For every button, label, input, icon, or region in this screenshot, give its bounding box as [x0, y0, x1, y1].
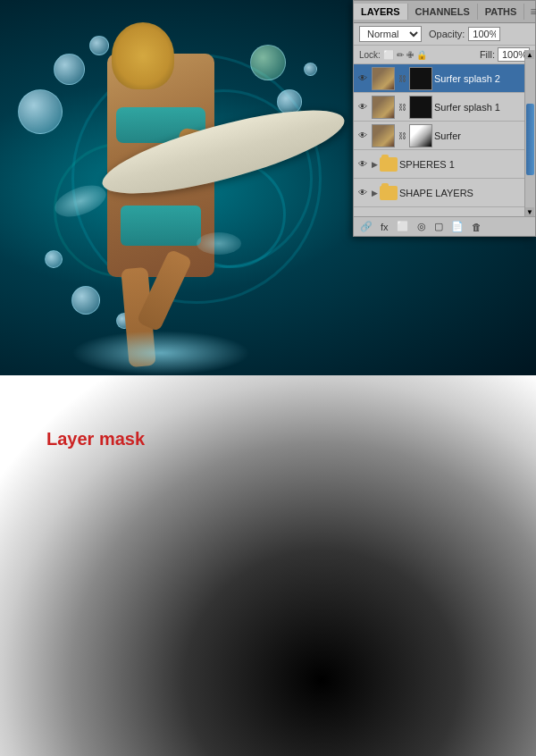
layer-row-shape-layers[interactable]: 👁 ▶ SHAPE LAYERS — [354, 179, 535, 207]
canvas-area: 篱笆社区 www.missyuan.com LAYERS CHANNELS PA… — [0, 0, 536, 375]
link-layers-btn[interactable]: 🔗 — [357, 220, 375, 233]
layers-scrollbar[interactable]: ▲ ▼ — [524, 50, 535, 216]
visibility-icon-0[interactable]: 👁 — [356, 71, 370, 86]
layer-name-3: SPHERES 1 — [399, 159, 533, 170]
visibility-icon-4[interactable]: 👁 — [356, 186, 370, 200]
opacity-label: Opacity: — [429, 29, 465, 39]
adjustment-btn[interactable]: ◎ — [415, 220, 429, 233]
layer-name-2: Surfer — [434, 130, 533, 141]
new-layer-btn[interactable]: 📄 — [448, 220, 466, 233]
lock-move-icon[interactable]: ✙ — [406, 50, 414, 60]
folder-icon-3 — [380, 157, 398, 172]
scroll-down-arrow[interactable]: ▼ — [525, 207, 534, 216]
layer-mask-thumb-1 — [409, 96, 432, 119]
blend-mode-select[interactable]: Normal — [359, 26, 422, 42]
layer-name-4: SHAPE LAYERS — [399, 188, 533, 198]
water-splash — [71, 331, 250, 375]
surfer-area — [36, 9, 331, 366]
lock-label: Lock: — [359, 50, 381, 60]
lock-all-icon[interactable]: 🔒 — [416, 50, 427, 60]
folder-arrow-4[interactable]: ▶ — [372, 189, 378, 197]
lock-fill-row: Lock: ⬜ ✏ ✙ 🔒 Fill: — [354, 46, 535, 64]
panel-tabs: LAYERS CHANNELS PATHS ≡ — [354, 1, 535, 23]
layer-mask-thumb-2 — [409, 124, 432, 147]
fill-label: Fill: — [480, 49, 495, 60]
scroll-up-arrow[interactable]: ▲ — [525, 50, 534, 59]
layer-thumb-1 — [372, 96, 395, 119]
visibility-icon-2[interactable]: 👁 — [356, 129, 370, 143]
delete-btn[interactable]: 🗑 — [469, 221, 484, 233]
splash-right — [197, 232, 241, 255]
bikini-bottom — [121, 206, 201, 246]
layer-name-0: Surfer splash 2 — [434, 73, 533, 84]
layer-name-1: Surfer splash 1 — [434, 102, 533, 113]
scroll-thumb[interactable] — [526, 104, 534, 175]
chain-icon-2[interactable]: ⛓ — [397, 130, 407, 142]
layer-toolbar: 🔗 fx ⬜ ◎ ▢ 📄 🗑 — [354, 216, 535, 236]
layer-mask-thumb-0 — [409, 67, 432, 90]
chain-icon-1[interactable]: ⛓ — [397, 101, 407, 113]
panel-menu-icon[interactable]: ≡ — [524, 3, 536, 21]
visibility-icon-3[interactable]: 👁 — [356, 157, 370, 172]
layer-row-surfer-splash-1[interactable]: 👁 ⛓ Surfer splash 1 — [354, 93, 535, 122]
folder-icon-4 — [380, 186, 398, 200]
layer-mask-label: Layer mask — [46, 429, 145, 449]
layer-row-surfer[interactable]: 👁 ⛓ Surfer — [354, 122, 535, 150]
blend-opacity-row: Normal Opacity: — [354, 23, 535, 46]
fx-btn[interactable]: fx — [378, 221, 391, 233]
tab-paths[interactable]: PATHS — [478, 4, 525, 20]
tab-channels[interactable]: CHANNELS — [408, 4, 478, 20]
lock-position-icon[interactable]: ⬜ — [383, 50, 394, 60]
layer-thumb-2 — [372, 124, 395, 147]
layers-panel: LAYERS CHANNELS PATHS ≡ Normal Opacity: … — [353, 0, 536, 237]
group-btn[interactable]: ▢ — [431, 220, 446, 233]
folder-arrow-3[interactable]: ▶ — [372, 160, 378, 169]
mask-btn[interactable]: ⬜ — [394, 220, 412, 233]
mask-area: Layer mask — [0, 375, 536, 756]
opacity-input[interactable] — [468, 27, 500, 41]
layer-thumb-0 — [372, 67, 395, 90]
layer-row-surfer-splash-2[interactable]: 👁 ⛓ Surfer splash 2 — [354, 64, 535, 93]
tab-layers[interactable]: LAYERS — [354, 4, 408, 20]
lock-pixels-icon[interactable]: ✏ — [397, 50, 404, 60]
splash-left — [51, 180, 111, 223]
chain-icon-0[interactable]: ⛓ — [397, 72, 407, 85]
visibility-icon-1[interactable]: 👁 — [356, 100, 370, 114]
surfer-head — [112, 22, 174, 89]
layer-row-spheres[interactable]: 👁 ▶ SPHERES 1 — [354, 150, 535, 179]
